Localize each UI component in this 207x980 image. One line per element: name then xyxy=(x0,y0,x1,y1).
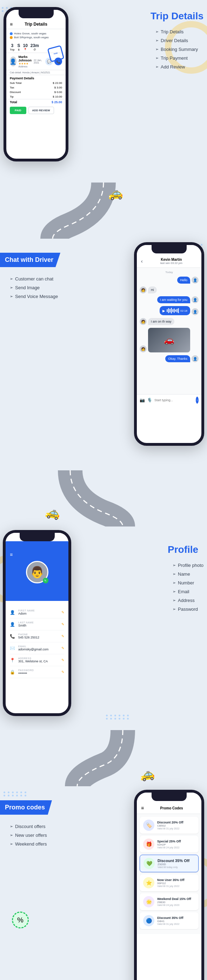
dot-to xyxy=(10,36,13,39)
chat-user-name: Kevin Martin xyxy=(146,258,197,261)
lastname-label: LAST NAME xyxy=(18,621,59,624)
password-edit-btn[interactable]: ✎ xyxy=(61,670,64,674)
trip-detail-item-1: Trip Details xyxy=(151,27,204,36)
msg-bubble-onway: I am on th way xyxy=(148,318,174,325)
trip-detail-item-3: Booking Summary xyxy=(151,45,204,54)
lastname-edit-btn[interactable]: ✎ xyxy=(61,622,64,626)
hamburger-icon[interactable]: ≡ xyxy=(10,21,13,27)
location-to: Boll SRrprings, south vegas xyxy=(14,36,49,39)
phone-chat: ‹ Kevin Martin last sen 03:22 pm Today H… xyxy=(134,242,204,446)
driver-stars: ★★★★ xyxy=(19,62,32,65)
promo-menu-icon[interactable]: ≡ xyxy=(141,805,144,811)
camera-icon[interactable]: 📷 xyxy=(140,398,145,402)
profile-item-5: Address xyxy=(168,596,204,605)
promo-code-5: 29B30 xyxy=(157,900,195,904)
promo-card-6[interactable]: 🔵 Discount 35% Off G8H1 Valid till 31 ju… xyxy=(140,912,199,929)
promo-card-2[interactable]: 🎁 Special 25% Off 52H2P Valid till 24 ju… xyxy=(140,836,199,853)
discount-value: $ 0.00 xyxy=(54,91,62,94)
stat-time: 23m ⏱ xyxy=(30,43,39,51)
phone-promo: ≡ Promo Codes 🏷️ Discount 20% Off CB502 … xyxy=(134,790,204,980)
phone-notch xyxy=(19,10,54,18)
promo-info-1: Discount 20% Off CB502 Valid till 31 jul… xyxy=(157,821,195,830)
chat-input-bar: 📷 🎙️ › xyxy=(137,394,201,406)
promo-info-3: Discount 35% Off Z920D Valid till today … xyxy=(158,859,195,869)
chat-feature-items: Customer can chat Send Image Send Voice … xyxy=(5,275,58,301)
stat-val-dollar: S xyxy=(17,43,20,48)
receiver-avatar-img: 🧑 xyxy=(140,345,146,352)
sender-avatar-voice: 👤 xyxy=(191,308,199,315)
total-label: Total xyxy=(10,100,17,104)
email-icon: ✉️ xyxy=(10,646,16,651)
payment-row-tip: Tip $ 10.00 xyxy=(6,94,65,99)
trip-action-buttons: PAID ADD REVIEW xyxy=(6,105,65,116)
trip-phone-header: ≡ Trip Details xyxy=(6,20,65,29)
stat-val-trip: 3 xyxy=(10,43,14,48)
msg-bubble-waiting: I am waiting for you xyxy=(157,296,190,303)
chat-user-info: Kevin Martin last sen 03:22 pm xyxy=(146,258,197,265)
phone-edit-btn[interactable]: ✎ xyxy=(61,634,64,638)
msg-hello: Hello 👤 xyxy=(140,277,199,283)
profile-field-email: ✉️ EMAIL adomsky@gmail.com ✎ xyxy=(10,642,64,654)
phone-screen-trip: ≡ Trip Details Holes Grove, south vegas … xyxy=(6,10,65,116)
address-edit-btn[interactable]: ✎ xyxy=(61,658,64,662)
profile-photo-edit-badge[interactable]: ✎ xyxy=(43,578,48,583)
msg-image-row: 🧑 🚗 xyxy=(140,328,199,352)
promo-card-1[interactable]: 🏷️ Discount 20% Off CB502 Valid till 31 … xyxy=(140,817,199,834)
promo-card-3-featured[interactable]: 💚 Discount 35% Off Z920D Valid till toda… xyxy=(140,855,199,872)
promo-info-2: Special 25% Off 52H2P Valid till 24 july… xyxy=(157,840,195,849)
firstname-label: FIRST NAME xyxy=(18,609,59,612)
trip-details-info-panel: Trip Details Trip Details Driver Details… xyxy=(151,11,204,71)
msg-bubble-voice: ▶ 02:18 xyxy=(160,306,190,315)
voice-play-icon[interactable]: ▶ xyxy=(162,309,165,313)
promo-label-banner: Promo codes xyxy=(0,800,52,815)
profile-field-phone: 📞 PHONE 545 526 25012 ✎ xyxy=(10,630,64,642)
paid-button[interactable]: PAID xyxy=(10,107,26,114)
lastname-value: Smith xyxy=(18,624,59,627)
promo-code-6: G8H1 xyxy=(157,920,195,923)
promo-cards-body: 🏷️ Discount 20% Off CB502 Valid till 31 … xyxy=(137,814,201,934)
firstname-edit-btn[interactable]: ✎ xyxy=(61,610,64,614)
chat-text-input[interactable] xyxy=(154,398,194,402)
msg-okay: Okay, Thanks 👤 xyxy=(140,355,199,362)
payment-row-discount: Discount $ 0.00 xyxy=(6,90,65,94)
profile-menu-icon[interactable]: ≡ xyxy=(6,552,17,557)
voice-waveform xyxy=(167,308,179,313)
promo-feature-1: Discount offers xyxy=(5,822,47,831)
driver-avatar: 👤 xyxy=(10,57,16,66)
subtotal-value: $ 22.00 xyxy=(53,81,62,84)
email-edit-btn[interactable]: ✎ xyxy=(61,646,64,650)
profile-features-list: Profile photo Name Number Email Address … xyxy=(168,561,204,614)
chat-date-label: Today xyxy=(140,270,199,274)
msg-bubble-hello: Hello xyxy=(177,277,190,283)
promo-card-5[interactable]: 🌟 Weekend Deal 15% Off 29B30 Valid till … xyxy=(140,893,199,910)
driver-address: Address xyxy=(19,65,32,68)
sender-avatar-hello: 👤 xyxy=(191,277,199,283)
payment-row-total: Total $ 25.00 xyxy=(6,99,65,105)
tip-label: Tip xyxy=(10,95,14,98)
promo-screen-title: Promo Codes xyxy=(146,806,197,810)
location-to-row: Boll SRrprings, south vegas xyxy=(10,36,62,39)
tip-value: $ 10.00 xyxy=(53,95,62,98)
chat-phone-screen: ‹ Kevin Martin last sen 03:22 pm Today H… xyxy=(137,245,201,406)
section-profile: ≡ 👨 ✎ 👤 FIRST NAME Adom ✎ 👤 xyxy=(0,527,207,730)
deco-dots-promo xyxy=(3,792,27,796)
driver-name: Marks Johnson xyxy=(19,55,32,62)
subtotal-label: Sub Total xyxy=(10,81,21,84)
trip-detail-item-2: Driver Details xyxy=(151,36,204,45)
stat-val-time: 23m xyxy=(30,43,39,48)
total-value: $ 25.00 xyxy=(52,100,62,104)
send-message-button[interactable]: › xyxy=(196,397,199,404)
stat-label-loc: 📍 xyxy=(23,48,28,51)
location-from: Holes Grove, south vegas xyxy=(14,32,46,35)
trip-locations: Holes Grove, south vegas Boll SRrprings,… xyxy=(6,29,65,42)
promo-card-4[interactable]: ⭐ Now User 35% Off 99FG2 Valid till 31 j… xyxy=(140,874,199,891)
promo-valid-6: Valid till 31 july 2022 xyxy=(157,923,195,925)
add-review-button[interactable]: ADD REVIEW xyxy=(29,107,54,114)
mic-icon[interactable]: 🎙️ xyxy=(147,398,152,402)
road-divider-1: 🚕 xyxy=(0,183,207,239)
receiver-avatar-onway: 🧑 xyxy=(140,318,146,325)
back-arrow-icon[interactable]: ‹ xyxy=(141,258,143,264)
promo-info-5: Weekend Deal 15% Off 29B30 Valid till 24… xyxy=(157,897,195,906)
msg-hi: 🧑 Hi xyxy=(140,286,199,293)
stat-trip: 3 Trip xyxy=(10,43,14,51)
